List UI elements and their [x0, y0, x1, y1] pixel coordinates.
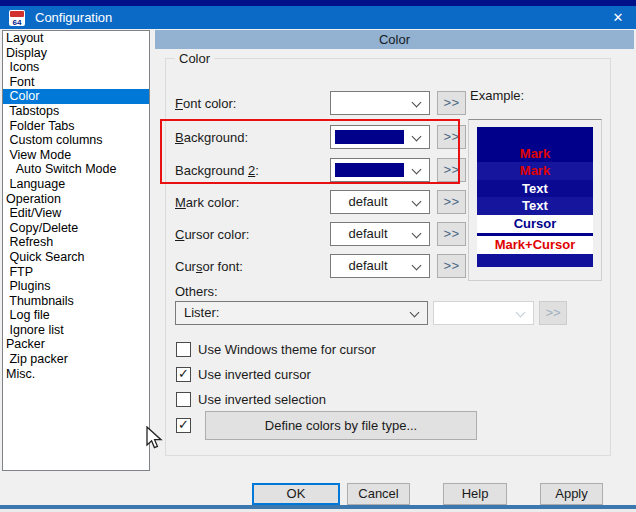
- dialog-button[interactable]: Apply: [540, 483, 603, 505]
- window-title: Configuration: [35, 10, 112, 25]
- combobox-value: default: [331, 191, 405, 213]
- checkbox[interactable]: [176, 392, 191, 407]
- dialog-button[interactable]: Cancel: [347, 483, 410, 505]
- sidebar-item[interactable]: Plugins: [3, 279, 149, 294]
- checkbox[interactable]: [176, 367, 191, 382]
- settings-category-list: Layout Display Icons Font Color Tabstops…: [2, 30, 150, 471]
- others-target-combobox[interactable]: Lister:: [175, 301, 428, 325]
- color-combobox[interactable]: [330, 91, 430, 115]
- example-label: Example:: [470, 88, 524, 103]
- app-icon-red-bar: [10, 11, 24, 17]
- checkbox[interactable]: [176, 342, 191, 357]
- define-colors-button[interactable]: Define colors by file type...: [205, 411, 477, 440]
- example-frame: Mark Mark Text Text Cursor Mark+Cursor: [468, 119, 602, 281]
- sidebar-item[interactable]: Refresh: [3, 235, 149, 250]
- example-row: Text: [477, 197, 593, 215]
- field-label: Cursor font:: [175, 259, 243, 274]
- sidebar-item[interactable]: Auto Switch Mode: [3, 162, 149, 177]
- field-label: Font color:: [175, 96, 236, 111]
- sidebar-item[interactable]: Font: [3, 75, 149, 90]
- color-field-row: Background: >>: [175, 125, 467, 149]
- example-preview-panel: Mark Mark Text Text Cursor Mark+Cursor: [477, 127, 593, 267]
- close-icon[interactable]: ✕: [600, 6, 636, 29]
- sidebar-item[interactable]: Copy/Delete: [3, 221, 149, 236]
- color-groupbox-label: Color: [175, 51, 214, 66]
- example-row: Mark+Cursor: [477, 233, 593, 254]
- combobox-value: default: [331, 223, 405, 245]
- color-combobox[interactable]: [330, 158, 430, 182]
- combobox-value: [331, 126, 405, 148]
- combobox-value: [331, 92, 405, 114]
- checkbox-row: Use inverted selection: [176, 391, 326, 407]
- field-label: Mark color:: [175, 195, 239, 210]
- combobox-value: Lister:: [184, 302, 219, 324]
- sidebar-item[interactable]: Custom columns: [3, 133, 149, 148]
- chevron-down-icon: [412, 132, 422, 142]
- sidebar-item[interactable]: Icons: [3, 60, 149, 75]
- color-combobox[interactable]: default: [330, 254, 430, 278]
- sidebar-item[interactable]: Thumbnails: [3, 294, 149, 309]
- sidebar-item[interactable]: FTP: [3, 265, 149, 280]
- sidebar-item[interactable]: Edit/View: [3, 206, 149, 221]
- color-combobox[interactable]: [330, 125, 430, 149]
- dialog-button[interactable]: OK: [252, 483, 340, 505]
- define-colors-checkbox[interactable]: [176, 418, 191, 433]
- more-colors-button[interactable]: >>: [437, 190, 466, 214]
- others-color-combobox-disabled: [433, 301, 534, 325]
- field-label: Cursor color:: [175, 227, 249, 242]
- sidebar-item[interactable]: Operation: [3, 192, 149, 207]
- sidebar-item[interactable]: Language: [3, 177, 149, 192]
- chevron-down-icon: [516, 308, 526, 318]
- color-field-row: Font color: >>: [175, 91, 467, 115]
- example-row: Text: [477, 180, 593, 198]
- checkbox-row: Use inverted cursor: [176, 366, 311, 382]
- sidebar-item[interactable]: Layout: [3, 31, 149, 46]
- sidebar-item[interactable]: Log file: [3, 308, 149, 323]
- chevron-down-icon: [412, 261, 422, 271]
- more-colors-button[interactable]: >>: [437, 91, 466, 115]
- color-combobox[interactable]: default: [330, 190, 430, 214]
- page-title: Color: [379, 32, 410, 47]
- sidebar-item[interactable]: Tabstops: [3, 104, 149, 119]
- checkbox-label: Use inverted selection: [198, 392, 326, 407]
- more-colors-button-disabled: >>: [539, 301, 567, 325]
- color-field-row: Background 2: >>: [175, 158, 467, 182]
- example-row: [477, 127, 593, 145]
- checkbox-label: Use inverted cursor: [198, 367, 311, 382]
- combobox-value: [331, 159, 405, 181]
- color-field-row: Mark color: default >>: [175, 190, 467, 214]
- sidebar-item[interactable]: Color: [3, 89, 149, 104]
- more-colors-button[interactable]: >>: [437, 222, 466, 246]
- app-icon: 64: [9, 10, 25, 26]
- example-row: [477, 254, 593, 267]
- dialog-button[interactable]: Help: [443, 483, 507, 505]
- color-field-row: Cursor color: default >>: [175, 222, 467, 246]
- example-row: Cursor: [477, 215, 593, 233]
- color-combobox[interactable]: default: [330, 222, 430, 246]
- example-row: Mark: [477, 145, 593, 163]
- combobox-value: default: [331, 255, 405, 277]
- sidebar-item[interactable]: Zip packer: [3, 352, 149, 367]
- checkbox-row: Use Windows theme for cursor: [176, 341, 376, 357]
- sidebar-item[interactable]: View Mode: [3, 148, 149, 163]
- others-label: Others:: [175, 284, 218, 299]
- checkbox-label: Use Windows theme for cursor: [198, 342, 376, 357]
- sidebar-item[interactable]: Misc.: [3, 367, 149, 382]
- titlebar: 64 Configuration ✕: [0, 6, 636, 29]
- chevron-down-icon: [412, 98, 422, 108]
- color-field-row: Cursor font: default >>: [175, 254, 467, 278]
- sidebar-item[interactable]: Packer: [3, 337, 149, 352]
- chevron-down-icon: [412, 165, 422, 175]
- chevron-down-icon: [410, 308, 420, 318]
- example-row: Mark: [477, 162, 593, 180]
- more-colors-button[interactable]: >>: [437, 158, 466, 182]
- more-colors-button[interactable]: >>: [437, 125, 466, 149]
- sidebar-item[interactable]: Quick Search: [3, 250, 149, 265]
- sidebar-item[interactable]: Folder Tabs: [3, 119, 149, 134]
- field-label: Background:: [175, 130, 248, 145]
- field-label: Background 2:: [175, 163, 259, 178]
- chevron-down-icon: [412, 197, 422, 207]
- sidebar-item[interactable]: Display: [3, 46, 149, 61]
- more-colors-button[interactable]: >>: [437, 254, 466, 278]
- sidebar-item[interactable]: Ignore list: [3, 323, 149, 338]
